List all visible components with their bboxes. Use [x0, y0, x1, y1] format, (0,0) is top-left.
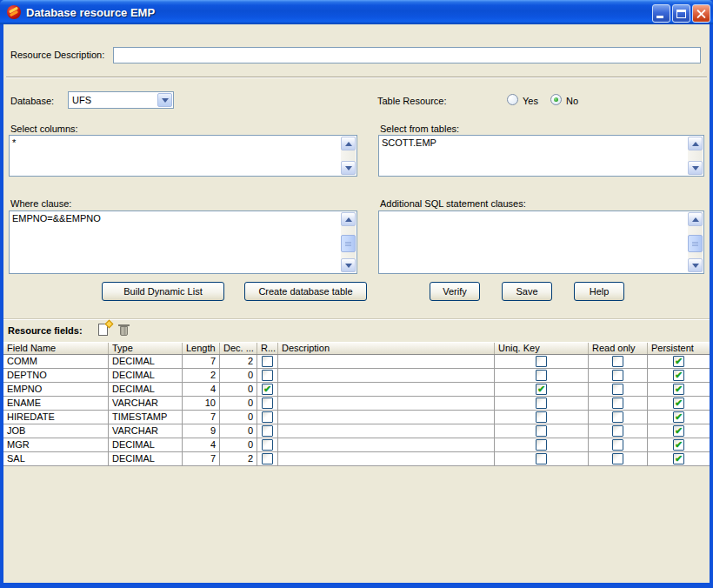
table-row[interactable]: ENAMEVARCHAR100✔: [3, 397, 710, 411]
read-only-checkbox[interactable]: [612, 425, 623, 437]
cell-length: 10: [183, 397, 220, 410]
read-only-checkbox[interactable]: [612, 370, 623, 381]
scroll-down-button[interactable]: [688, 161, 703, 175]
build-dynamic-list-button[interactable]: Build Dynamic List: [102, 282, 224, 301]
select-columns-textarea[interactable]: *: [9, 135, 357, 177]
where-clause-scrollbar[interactable]: [341, 212, 356, 272]
uniq-key-checkbox[interactable]: [536, 425, 547, 437]
r-checkbox[interactable]: [262, 398, 273, 409]
r-checkbox[interactable]: [262, 370, 273, 381]
uniq-key-checkbox[interactable]: [536, 453, 547, 464]
table-row[interactable]: MGRDECIMAL40✔: [3, 438, 710, 452]
create-database-table-button[interactable]: Create database table: [244, 282, 367, 301]
read-only-checkbox[interactable]: [612, 453, 623, 464]
column-header-dec[interactable]: Dec. ...: [220, 343, 257, 354]
table-resource-no-radio[interactable]: [550, 94, 562, 105]
read-only-checkbox[interactable]: [612, 384, 623, 395]
column-header-uniq-key[interactable]: Uniq. Key: [495, 343, 589, 354]
cell-persistent: ✔: [648, 397, 710, 410]
read-only-checkbox[interactable]: [612, 356, 623, 367]
r-checkbox[interactable]: [262, 356, 273, 367]
select-columns-scrollbar[interactable]: [341, 137, 356, 175]
resource-description-input[interactable]: [113, 47, 701, 63]
read-only-checkbox[interactable]: [612, 411, 623, 423]
r-checkbox[interactable]: [262, 411, 273, 423]
cell-dec: 0: [220, 383, 257, 396]
arrow-down-icon: [345, 166, 352, 170]
cell-field-name: DEPTNO: [3, 369, 109, 382]
cell-field-name: SAL: [3, 452, 109, 465]
close-button[interactable]: [692, 4, 710, 23]
uniq-key-checkbox[interactable]: [536, 439, 547, 451]
table-row[interactable]: JOBVARCHAR90✔: [3, 424, 710, 438]
persistent-checkbox[interactable]: ✔: [673, 411, 684, 423]
column-header-type[interactable]: Type: [109, 343, 183, 354]
scroll-up-button[interactable]: [688, 137, 703, 150]
where-clause-textarea[interactable]: EMPNO=&&EMPNO: [9, 210, 357, 274]
cell-description: [278, 424, 495, 438]
cell-read-only: [589, 411, 648, 424]
scroll-down-button[interactable]: [341, 161, 356, 175]
scroll-down-button[interactable]: [688, 258, 703, 272]
arrow-down-icon: [345, 264, 352, 268]
r-checkbox[interactable]: [262, 453, 273, 464]
scroll-up-button[interactable]: [341, 137, 356, 150]
column-header-field-name[interactable]: Field Name: [3, 343, 109, 354]
persistent-checkbox[interactable]: ✔: [673, 356, 684, 367]
delete-field-button[interactable]: [116, 322, 132, 338]
minimize-button[interactable]: [652, 4, 670, 23]
select-from-tables-scrollbar[interactable]: [688, 137, 703, 175]
column-header-persistent[interactable]: Persistent: [648, 343, 710, 354]
column-header-length[interactable]: Length: [183, 343, 220, 354]
scroll-up-button[interactable]: [688, 212, 703, 226]
cell-length: 7: [183, 355, 220, 368]
persistent-checkbox[interactable]: ✔: [673, 398, 684, 409]
r-checkbox[interactable]: ✔: [262, 384, 273, 395]
database-select[interactable]: UFS: [68, 91, 174, 109]
scrollbar-thumb[interactable]: [688, 235, 703, 252]
persistent-checkbox[interactable]: ✔: [673, 384, 684, 395]
table-resource-yes-radio[interactable]: [507, 94, 518, 105]
additional-sql-textarea[interactable]: [378, 210, 704, 274]
add-field-button[interactable]: [96, 322, 112, 338]
database-dropdown-button[interactable]: [157, 93, 172, 107]
uniq-key-checkbox[interactable]: ✔: [536, 384, 547, 395]
grid-header: Field NameTypeLengthDec. ...R...Descript…: [3, 342, 710, 355]
column-header-read-only[interactable]: Read only: [589, 343, 648, 354]
table-row[interactable]: HIREDATETIMESTAMP70✔: [3, 411, 710, 424]
persistent-checkbox[interactable]: ✔: [673, 439, 684, 451]
table-row[interactable]: EMPNODECIMAL40✔✔✔: [3, 383, 710, 397]
r-checkbox[interactable]: [262, 439, 273, 451]
persistent-checkbox[interactable]: ✔: [673, 453, 684, 464]
r-checkbox[interactable]: [262, 425, 273, 437]
save-button[interactable]: Save: [502, 282, 552, 301]
scroll-down-button[interactable]: [341, 258, 356, 272]
column-header-description[interactable]: Description: [278, 343, 495, 354]
table-row[interactable]: SALDECIMAL72✔: [3, 452, 710, 466]
help-button[interactable]: Help: [574, 282, 624, 301]
cell-type: DECIMAL: [109, 355, 183, 368]
table-row[interactable]: DEPTNODECIMAL20✔: [3, 369, 710, 383]
additional-sql-scrollbar[interactable]: [688, 212, 703, 272]
maximize-button[interactable]: [672, 4, 690, 23]
uniq-key-checkbox[interactable]: [536, 398, 547, 409]
cell-uniq-key: [495, 411, 589, 424]
table-row[interactable]: COMMDECIMAL72✔: [3, 355, 710, 369]
scrollbar-thumb[interactable]: [341, 235, 356, 252]
additional-sql-text: [382, 213, 685, 271]
verify-button[interactable]: Verify: [430, 282, 480, 301]
cell-length: 7: [183, 411, 220, 424]
title-bar[interactable]: Database resource EMP: [0, 0, 713, 24]
column-header-r[interactable]: R...: [257, 343, 278, 354]
persistent-checkbox[interactable]: ✔: [673, 425, 684, 437]
uniq-key-checkbox[interactable]: [536, 411, 547, 423]
app-logo-icon: [7, 5, 21, 19]
persistent-checkbox[interactable]: ✔: [673, 370, 684, 381]
separator-line: [6, 77, 707, 78]
uniq-key-checkbox[interactable]: [536, 370, 547, 381]
uniq-key-checkbox[interactable]: [536, 356, 547, 367]
select-from-tables-textarea[interactable]: SCOTT.EMP: [378, 135, 704, 177]
read-only-checkbox[interactable]: [612, 439, 623, 451]
scroll-up-button[interactable]: [341, 212, 356, 226]
read-only-checkbox[interactable]: [612, 398, 623, 409]
